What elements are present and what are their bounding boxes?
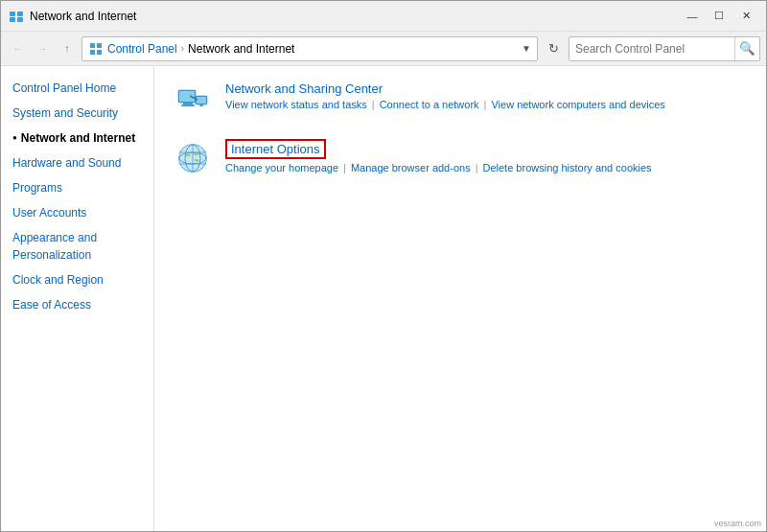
sidebar-label-clock-region: Clock and Region xyxy=(12,271,104,289)
link-view-computers[interactable]: View network computers and devices xyxy=(491,99,664,110)
search-button[interactable]: 🔍 xyxy=(734,36,759,61)
breadcrumb-separator-1: › xyxy=(181,43,184,54)
search-input[interactable] xyxy=(569,42,734,56)
breadcrumb-icon xyxy=(88,41,104,57)
svg-rect-5 xyxy=(97,43,102,48)
svg-rect-10 xyxy=(183,103,193,104)
active-bullet: ● xyxy=(12,132,17,144)
content-area: Network and Sharing Center View network … xyxy=(154,66,766,532)
sidebar-label-hardware-sound: Hardware and Sound xyxy=(12,154,121,172)
link-delete-history[interactable]: Delete browsing history and cookies xyxy=(483,162,652,173)
internet-options-title[interactable]: Internet Options xyxy=(225,139,326,159)
up-icon: ↑ xyxy=(65,43,70,54)
svg-rect-3 xyxy=(17,17,23,22)
sidebar-item-appearance[interactable]: Appearance and Personalization xyxy=(1,225,153,267)
breadcrumb-control-panel[interactable]: Control Panel xyxy=(107,42,177,56)
sidebar: Control Panel Home System and Security ●… xyxy=(1,66,154,532)
svg-rect-2 xyxy=(10,17,15,22)
svg-rect-0 xyxy=(10,12,15,16)
maximize-button[interactable]: ☐ xyxy=(707,6,732,27)
sidebar-item-programs[interactable]: Programs xyxy=(1,175,153,200)
internet-options-svg xyxy=(174,140,211,176)
forward-icon: → xyxy=(37,43,47,54)
link-sep-2: | xyxy=(484,99,487,110)
svg-rect-1 xyxy=(17,12,23,16)
sidebar-item-control-panel-home[interactable]: Control Panel Home xyxy=(1,76,153,101)
forward-button[interactable]: → xyxy=(32,38,53,59)
internet-options-content: Internet Options Change your homepage | … xyxy=(225,139,747,173)
sidebar-item-clock-region[interactable]: Clock and Region xyxy=(1,267,153,292)
link-manage-addons[interactable]: Manage browser add-ons xyxy=(351,162,471,173)
link-sep-1: | xyxy=(372,99,375,110)
svg-rect-4 xyxy=(90,43,95,48)
minimize-button[interactable]: — xyxy=(680,6,705,27)
sidebar-item-system-security[interactable]: System and Security xyxy=(1,101,153,126)
sidebar-item-user-accounts[interactable]: User Accounts xyxy=(1,200,153,225)
back-icon: ← xyxy=(12,43,22,54)
network-sharing-icon xyxy=(174,81,212,120)
breadcrumb-dropdown-icon[interactable]: ▼ xyxy=(522,43,531,54)
watermark: vesram.com xyxy=(714,519,761,528)
refresh-icon: ↻ xyxy=(548,41,559,56)
network-sharing-svg xyxy=(174,82,211,119)
sidebar-label-control-panel-home: Control Panel Home xyxy=(12,80,116,97)
internet-options-links: Change your homepage | Manage browser ad… xyxy=(225,162,747,173)
link-sep-4: | xyxy=(476,162,478,173)
sidebar-item-hardware-sound[interactable]: Hardware and Sound xyxy=(1,150,153,175)
window-title: Network and Internet xyxy=(30,10,680,23)
close-button[interactable]: ✕ xyxy=(733,6,758,27)
svg-rect-11 xyxy=(181,104,195,106)
breadcrumb: Control Panel › Network and Internet xyxy=(107,42,294,56)
main-layout: Control Panel Home System and Security ●… xyxy=(1,66,766,532)
network-sharing-content: Network and Sharing Center View network … xyxy=(225,81,747,110)
sidebar-label-programs: Programs xyxy=(12,179,62,197)
internet-options-icon xyxy=(174,139,212,177)
sidebar-label-network-internet: Network and Internet xyxy=(21,129,135,147)
window-icon xyxy=(9,9,24,24)
link-change-homepage[interactable]: Change your homepage xyxy=(225,162,338,173)
search-box: 🔍 xyxy=(569,36,760,61)
window-controls: — ☐ ✕ xyxy=(680,6,758,27)
sidebar-label-user-accounts: User Accounts xyxy=(12,204,86,221)
title-bar: Network and Internet — ☐ ✕ xyxy=(1,1,766,32)
sidebar-label-system-security: System and Security xyxy=(12,104,118,122)
address-bar: ← → ↑ Control Panel › Network and Intern… xyxy=(1,32,766,66)
sidebar-item-network-internet: ● Network and Internet xyxy=(1,126,153,150)
internet-options-section: Internet Options Change your homepage | … xyxy=(174,139,747,177)
svg-rect-14 xyxy=(199,104,203,106)
network-sharing-links: View network status and tasks | Connect … xyxy=(225,99,747,110)
refresh-button[interactable]: ↻ xyxy=(542,36,565,61)
network-sharing-section: Network and Sharing Center View network … xyxy=(174,81,747,120)
sidebar-label-ease-access: Ease of Access xyxy=(12,296,91,313)
breadcrumb-current: Network and Internet xyxy=(188,42,294,56)
back-button[interactable]: ← xyxy=(7,38,28,59)
sidebar-label-appearance: Appearance and Personalization xyxy=(12,229,142,264)
breadcrumb-bar: Control Panel › Network and Internet ▼ xyxy=(81,36,538,61)
up-button[interactable]: ↑ xyxy=(57,38,78,59)
svg-rect-13 xyxy=(197,97,206,104)
link-view-network-status[interactable]: View network status and tasks xyxy=(225,99,367,110)
svg-rect-7 xyxy=(97,50,102,55)
network-sharing-title[interactable]: Network and Sharing Center xyxy=(225,81,747,96)
search-icon: 🔍 xyxy=(739,41,755,56)
link-sep-3: | xyxy=(343,162,346,173)
svg-rect-6 xyxy=(90,50,95,55)
sidebar-item-ease-access[interactable]: Ease of Access xyxy=(1,292,153,317)
link-connect-to-network[interactable]: Connect to a network xyxy=(380,99,479,110)
